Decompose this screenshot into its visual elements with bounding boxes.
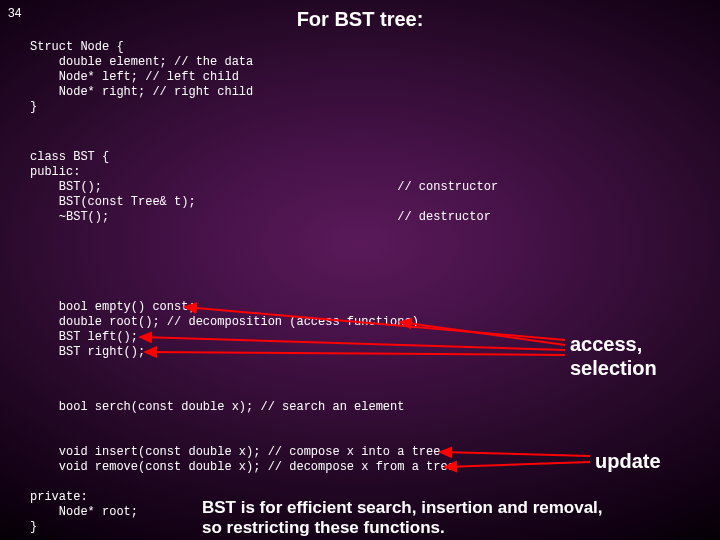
arrow-access-2: [400, 322, 565, 345]
slide-title: For BST tree:: [0, 8, 720, 31]
struct-code: Struct Node { double element; // the dat…: [30, 40, 253, 115]
search-line: bool serch(const double x); // search an…: [30, 400, 404, 415]
access-code-block: bool empty() const; double root(); // de…: [30, 300, 419, 360]
slide: 34 For BST tree: Struct Node { double el…: [0, 0, 720, 540]
summary-text: BST is for efficient search, insertion a…: [202, 498, 603, 538]
private-code-block: private: Node* root; }: [30, 490, 138, 535]
arrow-update-2: [445, 462, 590, 467]
update-annotation: update: [595, 450, 661, 473]
update-code-block: void insert(const double x); // compose …: [30, 445, 455, 475]
arrow-update-1: [440, 452, 590, 456]
access-annotation: access, selection: [570, 332, 657, 380]
class-head-code: class BST { public: BST(); // constructo…: [30, 150, 498, 225]
